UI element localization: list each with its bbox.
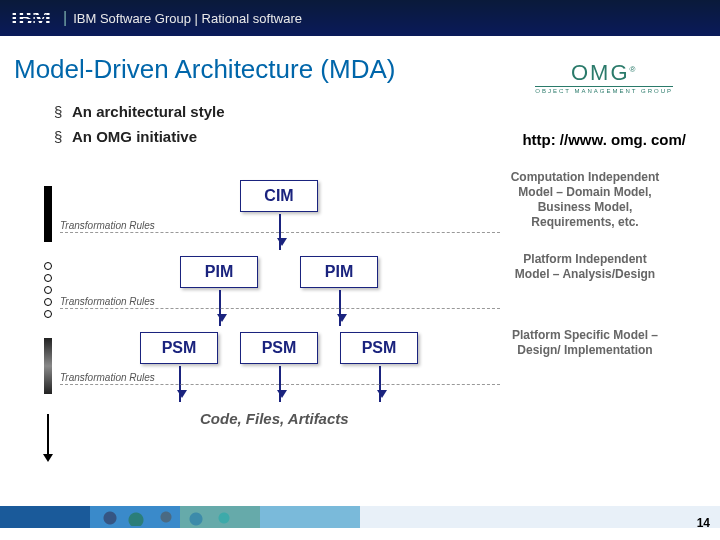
footer-decoration	[0, 506, 720, 528]
ibm-logo: IBM	[8, 5, 53, 31]
mda-diagram: CIM Transformation Rules Computation Ind…	[60, 180, 660, 480]
header-bar: IBM | IBM Software Group | Rational soft…	[0, 0, 720, 36]
header-separator: |	[63, 9, 67, 27]
omg-logo-main: OMG	[571, 60, 630, 85]
row-desc: Platform Specific Model – Design/ Implem…	[510, 328, 660, 358]
rule-label: Transformation Rules	[60, 220, 155, 231]
omg-area: OMG® OBJECT MANAGEMENT GROUP http: //www…	[522, 58, 686, 148]
diagram-box-psm: PSM	[140, 332, 218, 364]
row-desc: Computation Independent Model – Domain M…	[510, 170, 660, 230]
diagram-box-pim: PIM	[300, 256, 378, 288]
page-number: 14	[697, 516, 710, 530]
diagram-side-indicator	[44, 186, 52, 462]
footer-bar	[0, 502, 720, 532]
rule-label: Transformation Rules	[60, 372, 155, 383]
omg-url: http: //www. omg. com/	[522, 131, 686, 148]
omg-logo: OMG® OBJECT MANAGEMENT GROUP	[529, 58, 679, 94]
divider	[60, 384, 500, 385]
diagram-output: Code, Files, Artifacts	[200, 410, 349, 427]
diagram-box-psm: PSM	[240, 332, 318, 364]
divider	[60, 308, 500, 309]
diagram-box-pim: PIM	[180, 256, 258, 288]
header-group-text: IBM Software Group | Rational software	[73, 11, 302, 26]
omg-logo-sub: OBJECT MANAGEMENT GROUP	[535, 86, 673, 94]
diagram-box-psm: PSM	[340, 332, 418, 364]
diagram-box-cim: CIM	[240, 180, 318, 212]
row-desc: Platform Independent Model – Analysis/De…	[510, 252, 660, 282]
divider	[60, 232, 500, 233]
rule-label: Transformation Rules	[60, 296, 155, 307]
